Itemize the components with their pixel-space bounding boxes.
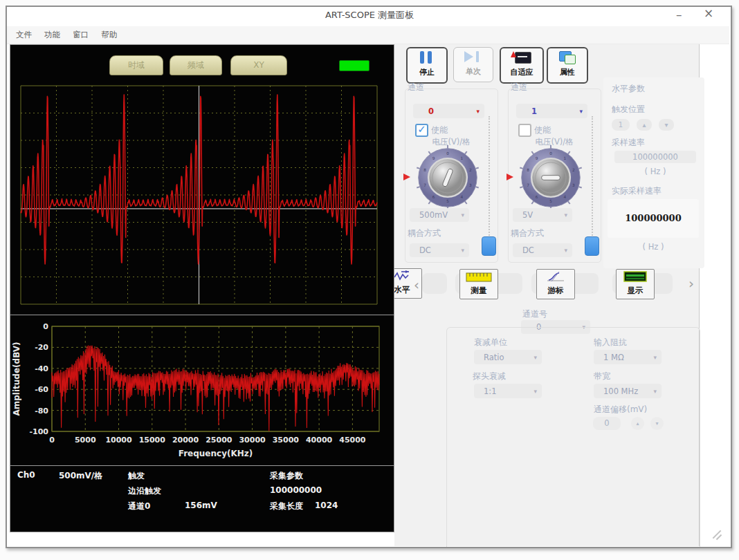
offset-label: 通道偏移(mV) [594,404,647,416]
tab-display[interactable]: 显示 [616,269,655,299]
svg-text:-100: -100 [29,427,48,436]
tab-pad [422,273,447,294]
display-screen-icon [623,271,647,282]
menu-function[interactable]: 功能 [44,30,60,40]
svg-text:8: 8 [423,168,426,172]
cursor-curve-icon [545,271,566,282]
offset-field[interactable]: 0 [593,417,621,430]
channel0-coupling-label: 耦合方式 [408,227,441,239]
svg-text:Frequency(KHz): Frequency(KHz) [179,449,253,458]
probe-select[interactable]: 1:1 ▾ [474,384,542,398]
svg-text:-20: -20 [35,343,48,352]
trigger-pos-down-button[interactable]: ▾ [659,119,674,131]
channel1-enable-label: 使能 [534,124,551,136]
svg-text:8: 8 [527,168,529,172]
svg-text:Amplitude(dBV): Amplitude(dBV) [12,342,21,416]
svg-text:2: 2 [572,168,575,172]
trigger-pos-value[interactable]: 1 [612,119,630,131]
chevron-down-icon: ▾ [579,108,583,115]
svg-text:30000: 30000 [239,436,266,445]
knob-pointer-icon [403,174,410,180]
properties-icon [548,48,587,66]
properties-button[interactable]: 属性 [547,47,588,84]
channel0-offset-slider-handle[interactable] [482,236,496,256]
svg-text:5: 5 [549,199,552,203]
svg-text:9: 9 [536,156,538,160]
menu-window[interactable]: 窗口 [73,30,89,40]
svg-text:3: 3 [572,183,575,187]
svg-text:7: 7 [423,183,426,187]
offset-up-button[interactable]: ▴ [631,417,644,430]
window-title: ART-SCOPE 测量面板 [0,9,739,21]
waveform-icon [394,270,411,281]
status-volts-div: 500mV/格 [59,470,102,482]
tabs-next-icon[interactable]: › [688,277,694,290]
svg-text:1: 1 [460,156,463,160]
channel1-number-select[interactable]: 1 ▾ [516,104,587,118]
svg-text:6: 6 [432,195,435,199]
actual-rate-label: 实际采样速率 [612,185,662,197]
chevron-down-icon: ▾ [653,388,657,395]
svg-text:20000: 20000 [172,436,199,445]
channel0-volts-knob[interactable]: 0123456789 [414,144,481,211]
sample-rate-field[interactable]: 100000000 [614,151,696,163]
channel0-enable-label: 使能 [431,124,448,136]
status-channel: Ch0 [17,470,35,480]
svg-text:4: 4 [563,195,566,199]
auto-adapt-button[interactable]: 自适应 [500,47,544,84]
trigger-pos-label: 触发位置 [612,104,645,115]
bandwidth-select[interactable]: 100 MHz ▾ [594,384,662,398]
channel0-offset-slider-track [489,116,490,254]
tab-measure[interactable]: 测量 [459,269,498,299]
status-acq-title: 采集参数 [270,470,303,482]
sample-rate-label: 采样速率 [612,137,645,149]
svg-text:-40: -40 [35,364,48,373]
status-acq-len-label: 采集长度 [270,501,303,512]
svg-text:7: 7 [527,183,529,187]
atten-unit-select[interactable]: Ratio ▾ [474,350,542,364]
tab-horizontal-partial[interactable]: 水平 [394,268,425,299]
horizontal-title: 水平参数 [612,83,645,95]
chevron-down-icon: ▾ [533,354,537,361]
close-button[interactable]: × [704,8,713,19]
time-domain-chart [10,44,393,315]
menu-file[interactable]: 文件 [16,30,32,40]
minimize-button[interactable]: – [676,9,682,21]
svg-text:2: 2 [469,168,472,172]
channel0-number-select[interactable]: 0 ▾ [413,104,484,118]
status-acq-rate: 100000000 [270,485,322,495]
tab-frequency-domain[interactable]: 频域 [170,55,222,75]
status-acq-len: 1024 [315,501,338,510]
stop-button[interactable]: 停止 [406,47,448,84]
svg-text:9: 9 [432,156,435,160]
actual-rate-unit: ( Hz ) [608,242,699,252]
tabs-prev-icon[interactable]: ‹ [414,278,419,292]
impedance-select[interactable]: 1 MΩ ▾ [594,350,662,364]
chevron-down-icon: ▾ [653,354,657,361]
tab-time-domain[interactable]: 时域 [109,55,163,75]
single-button[interactable]: 单次 [453,47,493,82]
tab-cursor[interactable]: 游标 [536,269,575,299]
impedance-label: 输入阻抗 [594,337,627,348]
trigger-pos-up-button[interactable]: ▴ [637,119,652,131]
status-trigger-source: 通道0 [128,501,150,512]
chevron-down-icon: ▾ [461,247,464,254]
menu-help[interactable]: 帮助 [101,30,117,40]
channel1-coupling-label: 耦合方式 [511,227,544,239]
channel1-range-select[interactable]: 5V ▾ [513,208,572,222]
channel1-enable-checkbox[interactable] [518,124,531,137]
channel1-offset-slider-handle[interactable] [585,236,599,256]
channel1-volts-knob[interactable]: 0123456789 [518,144,584,211]
channel0-enable-checkbox[interactable]: ✓ [415,124,428,137]
offset-down-button[interactable]: ▾ [650,417,664,430]
channel0-range-select[interactable]: 500mV ▾ [410,208,469,222]
status-trigger-title: 触发 [128,470,145,482]
chevron-down-icon: ▾ [564,212,567,218]
status-trigger-type: 边沿触发 [128,485,161,497]
sample-rate-unit: ( Hz ) [614,167,696,176]
tab-xy[interactable]: XY [230,55,287,75]
svg-text:35000: 35000 [273,436,300,445]
channel0-coupling-select[interactable]: DC ▾ [410,243,469,257]
svg-text:0: 0 [43,322,48,331]
channel1-coupling-select[interactable]: DC ▾ [513,243,572,257]
